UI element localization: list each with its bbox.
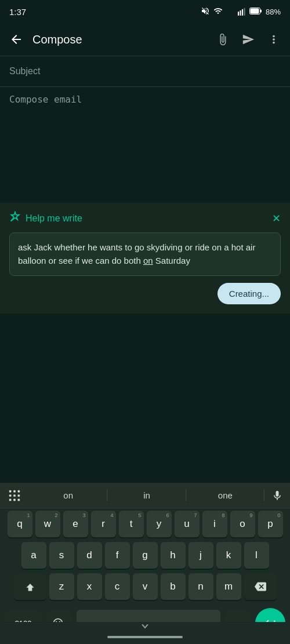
- help-me-write-panel: Help me write ✕ ask Jack whether he want…: [0, 203, 290, 314]
- keyboard-apps-icon[interactable]: [0, 489, 29, 502]
- key-y[interactable]: 6 y: [147, 511, 172, 537]
- key-row-1: 1 q 2 w 3 e 4 r 5 t 6 y: [2, 511, 288, 537]
- hmw-actions: Creating...: [9, 283, 281, 304]
- signal-icon: [226, 6, 246, 17]
- subject-input[interactable]: [9, 66, 281, 77]
- key-row-2: a s d f g h j k l: [2, 542, 288, 569]
- svg-rect-14: [9, 499, 12, 501]
- key-r[interactable]: 4 r: [91, 511, 116, 537]
- key-m[interactable]: m: [216, 573, 241, 600]
- key-row-3: z x c v b n m: [2, 573, 288, 600]
- key-c[interactable]: c: [105, 573, 130, 600]
- nav-chevron: [0, 622, 290, 636]
- battery-icon: [249, 8, 262, 16]
- status-icons: 88%: [201, 6, 281, 17]
- key-x[interactable]: x: [77, 573, 102, 600]
- svg-rect-15: [13, 499, 16, 501]
- key-a[interactable]: a: [21, 542, 46, 569]
- key-b[interactable]: b: [161, 573, 186, 600]
- hmw-input-text: ask Jack whether he wants to go skydivin…: [18, 241, 272, 267]
- svg-rect-1: [240, 10, 241, 15]
- home-bar: [107, 636, 183, 638]
- hmw-close-button[interactable]: ✕: [272, 212, 281, 225]
- svg-rect-12: [13, 494, 16, 497]
- status-bar: 1:37: [0, 0, 290, 23]
- svg-rect-2: [242, 9, 243, 15]
- svg-rect-5: [260, 9, 262, 12]
- back-button[interactable]: [5, 28, 28, 51]
- subject-field[interactable]: [0, 56, 290, 86]
- key-d[interactable]: d: [77, 542, 102, 569]
- key-e[interactable]: 3 e: [63, 511, 88, 537]
- key-u[interactable]: 7 u: [175, 511, 200, 537]
- key-f[interactable]: f: [105, 542, 130, 569]
- compose-input[interactable]: [9, 94, 281, 196]
- key-v[interactable]: v: [133, 573, 158, 600]
- attach-button[interactable]: [211, 28, 234, 51]
- key-l[interactable]: l: [244, 542, 269, 569]
- app-bar: Compose: [0, 23, 290, 56]
- mic-icon[interactable]: [264, 490, 290, 501]
- key-rows: 1 q 2 w 3 e 4 r 5 t 6 y: [0, 508, 290, 606]
- svg-rect-9: [13, 490, 16, 492]
- suggestion-one[interactable]: one: [186, 483, 264, 508]
- suggestion-on[interactable]: on: [29, 483, 107, 508]
- svg-rect-0: [238, 12, 239, 16]
- creating-button[interactable]: Creating...: [217, 283, 281, 304]
- svg-rect-10: [18, 490, 20, 492]
- shift-key[interactable]: [14, 573, 46, 600]
- status-time: 1:37: [9, 7, 26, 17]
- key-w[interactable]: 2 w: [35, 511, 60, 537]
- key-j[interactable]: j: [188, 542, 213, 569]
- key-k[interactable]: k: [216, 542, 241, 569]
- hmw-input-box: ask Jack whether he wants to go skydivin…: [9, 232, 281, 276]
- hmw-title: Help me write: [26, 213, 82, 224]
- wifi-icon: [213, 6, 223, 17]
- svg-rect-3: [244, 8, 245, 15]
- suggestion-in[interactable]: in: [107, 483, 186, 508]
- svg-rect-6: [250, 8, 259, 13]
- hmw-header: Help me write ✕: [9, 211, 281, 225]
- nav-bar: [0, 622, 290, 644]
- battery-percent: 88%: [266, 8, 281, 16]
- hmw-title-row: Help me write: [9, 211, 82, 225]
- svg-rect-16: [18, 499, 20, 501]
- key-s[interactable]: s: [49, 542, 74, 569]
- hmw-underline-on: on: [143, 256, 153, 265]
- app-bar-title: Compose: [32, 33, 211, 46]
- key-q[interactable]: 1 q: [8, 511, 32, 537]
- compose-body[interactable]: [0, 87, 290, 203]
- app-bar-actions: [211, 28, 285, 51]
- key-p[interactable]: 0 p: [258, 511, 283, 537]
- keyboard: on in one 1 q 2 w 3 e: [0, 483, 290, 644]
- svg-rect-11: [9, 494, 12, 497]
- key-o[interactable]: 9 o: [230, 511, 255, 537]
- key-n[interactable]: n: [188, 573, 213, 600]
- suggestions-row: on in one: [0, 483, 290, 508]
- key-h[interactable]: h: [161, 542, 186, 569]
- svg-rect-8: [9, 490, 12, 492]
- more-button[interactable]: [262, 28, 285, 51]
- key-g[interactable]: g: [133, 542, 158, 569]
- mute-icon: [201, 6, 210, 17]
- key-i[interactable]: 8 i: [202, 511, 227, 537]
- svg-rect-13: [18, 494, 20, 497]
- key-t[interactable]: 5 t: [119, 511, 144, 537]
- backspace-key[interactable]: [244, 573, 277, 600]
- hmw-icon: [9, 211, 21, 225]
- key-z[interactable]: z: [49, 573, 74, 600]
- send-button[interactable]: [237, 28, 260, 51]
- svg-line-7: [11, 219, 13, 221]
